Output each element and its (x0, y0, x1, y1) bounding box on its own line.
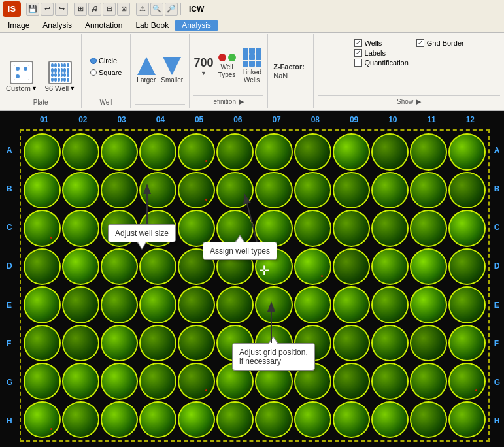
smaller-button[interactable]: Smaller (161, 57, 183, 84)
well-cell[interactable] (294, 172, 331, 209)
well-cell[interactable] (62, 210, 99, 247)
well96-dropdown-arrow[interactable]: ▼ (69, 85, 75, 91)
well-cell[interactable] (448, 286, 486, 323)
well-cell[interactable] (448, 210, 486, 247)
well-cell[interactable] (448, 325, 486, 362)
well-cell[interactable] (139, 172, 176, 209)
well-cell[interactable] (371, 172, 409, 209)
menu-annotation[interactable]: Annotation (78, 20, 129, 31)
well-cell[interactable] (178, 363, 215, 400)
well-cell[interactable] (62, 325, 99, 362)
search-button-1[interactable]: 🔍 (150, 3, 163, 16)
well-cell[interactable] (333, 363, 370, 400)
well-cell[interactable] (371, 286, 409, 323)
well-cell[interactable] (24, 286, 61, 323)
well-cell[interactable] (139, 133, 176, 171)
well-cell[interactable] (178, 133, 215, 171)
well-cell[interactable] (333, 133, 370, 171)
well-cell[interactable] (62, 248, 99, 286)
well-cell[interactable] (24, 401, 61, 439)
well-cell[interactable] (448, 363, 486, 400)
well-cell[interactable] (24, 172, 61, 209)
print-button[interactable]: 🖨 (88, 3, 101, 16)
menu-image[interactable]: Image (1, 20, 36, 31)
save-button[interactable]: 💾 (26, 3, 39, 16)
well-cell[interactable] (101, 248, 138, 286)
well-cell[interactable] (255, 401, 292, 439)
well-cell[interactable] (255, 172, 292, 209)
well-cell[interactable] (371, 401, 409, 439)
well-cell[interactable] (216, 401, 254, 439)
well-cell[interactable] (255, 133, 292, 171)
warning-button[interactable]: ⚠ (136, 3, 149, 16)
well-cell[interactable] (178, 325, 215, 362)
menu-analysis-1[interactable]: Analysis (36, 20, 78, 31)
well-cell[interactable] (371, 210, 409, 247)
undo-button[interactable]: ↩ (41, 3, 54, 16)
wells-grid[interactable] (20, 129, 490, 442)
circle-radio[interactable]: Circle (90, 57, 117, 65)
grid-button-2[interactable]: ⊟ (103, 3, 116, 16)
well-cell[interactable] (448, 248, 486, 286)
well-types-button[interactable]: WellTypes (216, 52, 238, 81)
well-cell[interactable] (371, 248, 409, 286)
well-cell[interactable] (101, 286, 138, 323)
well-cell[interactable] (62, 133, 99, 171)
well-cell[interactable] (24, 325, 61, 362)
grid-button-3[interactable]: ⊠ (117, 3, 130, 16)
linked-wells-button[interactable]: LinkedWells (241, 46, 263, 86)
value-700-combo[interactable]: 700 ▼ (193, 56, 213, 76)
well-cell[interactable] (410, 401, 447, 439)
well-cell[interactable] (101, 363, 138, 400)
menu-labbook[interactable]: Lab Book (129, 20, 175, 31)
well-cell[interactable] (101, 133, 138, 171)
well-cell[interactable] (410, 325, 447, 362)
well-cell[interactable] (294, 401, 331, 439)
wells-checkbox-row[interactable]: Wells (354, 39, 409, 47)
well-cell[interactable] (139, 401, 176, 439)
well-cell[interactable] (216, 172, 254, 209)
well-cell[interactable] (371, 133, 409, 171)
well-cell[interactable] (410, 210, 447, 247)
grid-border-checkbox-row[interactable]: Grid Border (416, 39, 464, 47)
well-cell[interactable] (62, 286, 99, 323)
grid-border-checkbox[interactable] (416, 39, 424, 47)
def-expand-icon[interactable]: ▶ (239, 97, 244, 106)
well-cell[interactable] (371, 325, 409, 362)
well-cell[interactable] (139, 286, 176, 323)
well-cell[interactable] (178, 172, 215, 209)
well-cell[interactable] (448, 172, 486, 209)
well-cell[interactable] (255, 286, 292, 323)
well-cell[interactable] (62, 363, 99, 400)
show-expand-icon[interactable]: ▶ (416, 97, 421, 106)
well-cell[interactable] (24, 248, 61, 286)
grid-button-1[interactable]: ⊞ (74, 3, 87, 16)
well-cell[interactable] (448, 133, 486, 171)
menu-analysis-active[interactable]: Analysis (175, 20, 218, 31)
well-cell[interactable] (178, 286, 215, 323)
larger-button[interactable]: Larger (137, 57, 156, 84)
wells-checkbox[interactable] (354, 39, 362, 47)
well-cell[interactable] (24, 210, 61, 247)
well-cell[interactable] (139, 248, 176, 286)
well-cell[interactable] (410, 286, 447, 323)
well-cell[interactable] (62, 401, 99, 439)
well-cell[interactable] (24, 363, 61, 400)
well-cell[interactable] (294, 248, 331, 286)
well-cell[interactable] (216, 286, 254, 323)
well-cell[interactable] (294, 210, 331, 247)
quantification-checkbox-row[interactable]: Quantification (354, 59, 409, 67)
well-cell[interactable] (101, 325, 138, 362)
custom-plate-button[interactable]: Custom ▼ (4, 59, 39, 94)
well-cell[interactable] (294, 133, 331, 171)
well-cell[interactable] (333, 172, 370, 209)
well-cell[interactable] (333, 210, 370, 247)
well96-button[interactable]: 96 Well ▼ (43, 59, 77, 94)
well-cell[interactable] (410, 248, 447, 286)
quantification-checkbox[interactable] (354, 59, 362, 67)
well-cell[interactable] (101, 401, 138, 439)
well-cell[interactable] (410, 172, 447, 209)
well-cell[interactable] (294, 286, 331, 323)
labels-checkbox-row[interactable]: Labels (354, 49, 409, 57)
well-cell[interactable] (371, 363, 409, 400)
